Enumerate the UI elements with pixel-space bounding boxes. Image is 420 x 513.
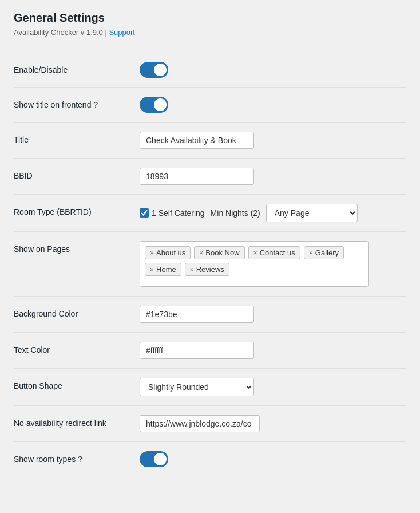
tag-label-reviews: Reviews bbox=[196, 265, 224, 274]
room-type-checkbox-container: 1 Self Catering bbox=[140, 208, 205, 218]
tag-remove-about-us[interactable]: × bbox=[150, 249, 154, 257]
button-shape-label: Button Shape bbox=[14, 378, 140, 390]
tag-label-home: Home bbox=[156, 265, 176, 274]
tag-label-contact-us: Contact us bbox=[260, 248, 295, 257]
show-room-types-slider bbox=[140, 451, 168, 467]
tag-label-book-now: Book Now bbox=[205, 248, 239, 257]
bbid-row: BBID bbox=[14, 159, 406, 195]
background-color-control bbox=[140, 306, 406, 323]
redirect-link-control bbox=[140, 415, 406, 432]
enable-disable-slider bbox=[140, 62, 168, 78]
room-type-label: Room Type (BBRTID) bbox=[14, 204, 140, 216]
bbid-input[interactable] bbox=[140, 168, 254, 185]
show-room-types-control bbox=[140, 451, 406, 467]
show-title-control bbox=[140, 97, 406, 113]
button-shape-select[interactable]: Slightly Rounded Rounded Square Pill bbox=[140, 378, 254, 396]
min-nights-text: Min Nights (2) bbox=[211, 208, 260, 218]
show-room-types-label: Show room types ? bbox=[14, 451, 140, 464]
redirect-link-label: No availability redirect link bbox=[14, 415, 140, 428]
enable-disable-control bbox=[140, 62, 406, 78]
button-shape-control: Slightly Rounded Rounded Square Pill bbox=[140, 378, 406, 396]
background-color-input[interactable] bbox=[140, 306, 254, 323]
any-page-select[interactable]: Any Page Page 1 Page 2 bbox=[266, 204, 358, 222]
show-title-row: Show title on frontend ? bbox=[14, 88, 406, 123]
show-title-toggle[interactable] bbox=[140, 97, 168, 113]
tag-contact-us: × Contact us bbox=[248, 246, 300, 259]
tag-about-us: × About us bbox=[145, 246, 191, 259]
support-link[interactable]: Support bbox=[109, 28, 135, 37]
room-type-row: Room Type (BBRTID) 1 Self Catering Min N… bbox=[14, 195, 406, 232]
title-control bbox=[140, 132, 406, 149]
background-color-label: Background Color bbox=[14, 306, 140, 318]
page-title: General Settings bbox=[14, 11, 406, 25]
tag-remove-gallery[interactable]: × bbox=[309, 249, 313, 257]
tag-gallery: × Gallery bbox=[304, 246, 344, 259]
tag-remove-book-now[interactable]: × bbox=[199, 249, 203, 257]
enable-disable-toggle[interactable] bbox=[140, 62, 168, 78]
text-color-label: Text Color bbox=[14, 342, 140, 354]
page-container: General Settings Availability Checker v … bbox=[0, 0, 420, 488]
text-color-control bbox=[140, 342, 406, 359]
button-shape-row: Button Shape Slightly Rounded Rounded Sq… bbox=[14, 369, 406, 406]
room-type-control: 1 Self Catering Min Nights (2) Any Page … bbox=[140, 204, 406, 222]
tag-label-gallery: Gallery bbox=[315, 248, 339, 257]
show-room-types-toggle[interactable] bbox=[140, 451, 168, 467]
tag-label-about-us: About us bbox=[156, 248, 185, 257]
bbid-label: BBID bbox=[14, 168, 140, 180]
version-text: Availability Checker v 1.9.0 | bbox=[14, 28, 107, 37]
show-room-types-row: Show room types ? bbox=[14, 442, 406, 476]
redirect-link-input[interactable] bbox=[140, 415, 260, 432]
text-color-input[interactable] bbox=[140, 342, 254, 359]
tag-reviews: × Reviews bbox=[185, 263, 229, 276]
title-label: Title bbox=[14, 132, 140, 144]
show-on-pages-row: Show on Pages × About us × Book Now × Co… bbox=[14, 232, 406, 297]
version-bar: Availability Checker v 1.9.0 | Support bbox=[14, 28, 406, 37]
tag-remove-contact-us[interactable]: × bbox=[253, 249, 257, 257]
room-type-checkbox[interactable] bbox=[140, 208, 149, 218]
text-color-row: Text Color bbox=[14, 333, 406, 369]
redirect-link-row: No availability redirect link bbox=[14, 406, 406, 442]
room-type-inner: 1 Self Catering Min Nights (2) Any Page … bbox=[140, 204, 406, 222]
tag-remove-home[interactable]: × bbox=[150, 266, 154, 274]
tag-remove-reviews[interactable]: × bbox=[190, 266, 194, 274]
enable-disable-row: Enable/Disable bbox=[14, 53, 406, 88]
show-title-label: Show title on frontend ? bbox=[14, 97, 140, 109]
title-row: Title bbox=[14, 123, 406, 159]
title-input[interactable] bbox=[140, 132, 254, 149]
tag-home: × Home bbox=[145, 263, 181, 276]
show-on-pages-label: Show on Pages bbox=[14, 241, 140, 254]
bbid-control bbox=[140, 168, 406, 185]
show-title-slider bbox=[140, 97, 168, 113]
tags-container: × About us × Book Now × Contact us × Gal… bbox=[140, 241, 369, 287]
show-on-pages-control: × About us × Book Now × Contact us × Gal… bbox=[140, 241, 406, 287]
enable-disable-label: Enable/Disable bbox=[14, 62, 140, 74]
self-catering-text: 1 Self Catering bbox=[152, 208, 205, 218]
tag-book-now: × Book Now bbox=[194, 246, 244, 259]
background-color-row: Background Color bbox=[14, 297, 406, 333]
